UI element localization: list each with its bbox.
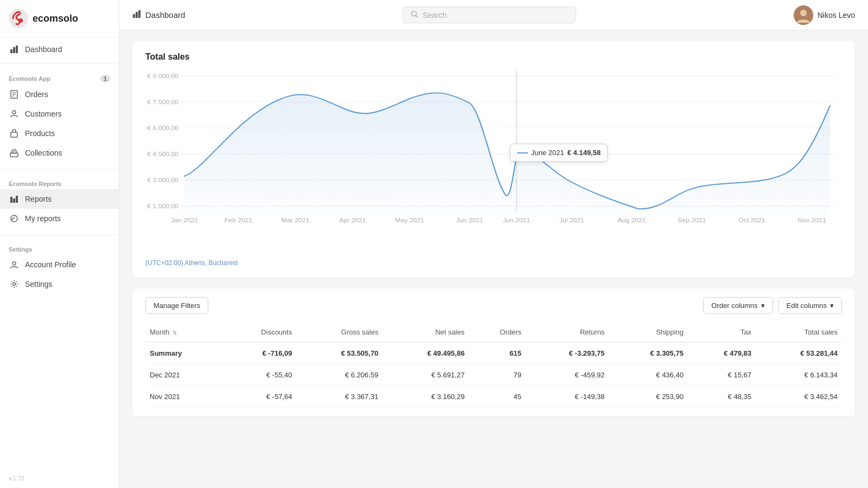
- svg-rect-20: [133, 14, 135, 18]
- cell-4: 45: [469, 386, 526, 408]
- svg-point-9: [12, 111, 16, 114]
- logo: ecomsolo: [0, 0, 119, 37]
- chart-timezone: (UTC+02:00) Athens, Bucharest: [145, 259, 842, 267]
- col-tax: Tax: [688, 323, 756, 342]
- collections-icon: [9, 147, 20, 158]
- table-row: Nov 2021€ -57,64€ 3.367,31€ 3.160,2945€ …: [145, 386, 842, 408]
- order-columns-button[interactable]: Order columns ▾: [703, 297, 773, 314]
- reports-icon: [9, 194, 20, 204]
- cell-6: € 3.305,75: [609, 342, 688, 364]
- sidebar-item-myreports[interactable]: My reports: [0, 209, 119, 228]
- table-row: Dec 2021€ -55,40€ 6.206,59€ 5.691,2779€ …: [145, 364, 842, 386]
- manage-filters-button[interactable]: Manage Filters: [145, 297, 208, 314]
- svg-text:€ 4.500,00: € 4.500,00: [147, 151, 178, 157]
- cell-0: Nov 2021: [145, 386, 222, 408]
- svg-point-18: [12, 262, 16, 265]
- settings-label: Settings: [25, 280, 53, 288]
- cell-3: € 3.160,29: [382, 386, 469, 408]
- section-settings-label: Settings: [0, 242, 119, 255]
- svg-rect-16: [16, 196, 18, 203]
- col-orders: Orders: [469, 323, 526, 342]
- sidebar-divider-3: [0, 235, 119, 235]
- col-discounts: Discounts: [222, 323, 296, 342]
- svg-point-19: [13, 283, 16, 286]
- logo-icon: [9, 9, 28, 28]
- svg-rect-15: [13, 198, 15, 203]
- cell-8: € 3.462,54: [756, 386, 842, 408]
- svg-rect-3: [13, 47, 15, 53]
- svg-text:Nov 2021: Nov 2021: [798, 217, 826, 223]
- sidebar-section-app: Ecomsolo App 1 Orders Customers Products: [0, 66, 119, 167]
- col-net: Net sales: [382, 323, 469, 342]
- total-sales-chart: € 9.000,00 € 7.500,00 € 6.000,00 € 4.500…: [145, 70, 842, 233]
- customers-icon: [9, 108, 20, 119]
- search-bar[interactable]: Search: [403, 7, 576, 23]
- search-icon: [411, 10, 418, 20]
- svg-text:Aug 2021: Aug 2021: [618, 217, 646, 223]
- account-label: Account Profile: [25, 260, 76, 269]
- cell-0: Dec 2021: [145, 364, 222, 386]
- settings-icon: [9, 279, 20, 290]
- svg-text:May 2021: May 2021: [395, 217, 424, 223]
- table-toolbar: Manage Filters Order columns ▾ Edit colu…: [145, 297, 842, 314]
- svg-point-26: [800, 10, 807, 16]
- svg-text:€ 6.000,00: € 6.000,00: [147, 125, 178, 131]
- reports-label: Reports: [25, 195, 52, 203]
- cell-8: € 6.143,34: [756, 364, 842, 386]
- myreports-label: My reports: [25, 214, 61, 223]
- sidebar-item-orders[interactable]: Orders: [0, 85, 119, 104]
- edit-columns-button[interactable]: Edit columns ▾: [778, 297, 842, 314]
- dashboard-label: Dashboard: [25, 45, 62, 54]
- svg-text:Apr 2021: Apr 2021: [339, 217, 366, 223]
- svg-text:Jul 2021: Jul 2021: [559, 217, 584, 223]
- customers-label: Customers: [25, 110, 62, 118]
- svg-rect-2: [10, 49, 12, 53]
- cell-6: € 253,90: [609, 386, 688, 408]
- sidebar-divider-2: [0, 169, 119, 170]
- svg-text:€ 3.000,00: € 3.000,00: [147, 177, 178, 183]
- content-area: Total sales € 9.000,00 € 7.500,00 € 6.00…: [119, 30, 868, 488]
- svg-text:Mar 2021: Mar 2021: [282, 217, 309, 223]
- sales-table: Month ⇅ Discounts Gross sales Net sales …: [145, 323, 842, 408]
- svg-point-40: [514, 152, 520, 157]
- topbar-title: Dashboard: [132, 10, 185, 20]
- cell-4: 79: [469, 364, 526, 386]
- table-row: Summary€ -716,09€ 53.505,70€ 49.495,8661…: [145, 342, 842, 364]
- sidebar-item-customers[interactable]: Customers: [0, 104, 119, 124]
- cell-4: 615: [469, 342, 526, 364]
- col-month[interactable]: Month ⇅: [145, 323, 222, 342]
- orders-icon: [9, 89, 20, 100]
- col-total: Total sales: [756, 323, 842, 342]
- chevron-down-icon-2: ▾: [830, 301, 834, 310]
- topbar-user[interactable]: Nikos Levo: [794, 5, 855, 25]
- svg-text:Jun 2021: Jun 2021: [456, 217, 483, 223]
- sidebar-item-collections[interactable]: Collections: [0, 143, 119, 163]
- sidebar-section-reports: Ecomsolo Reports Reports My reports: [0, 172, 119, 233]
- sidebar-divider-1: [0, 63, 119, 64]
- products-label: Products: [25, 129, 55, 138]
- main-panel: Dashboard Search Nikos Levo Total sales: [119, 0, 868, 488]
- sidebar-item-reports[interactable]: Reports: [0, 189, 119, 209]
- svg-rect-14: [10, 197, 12, 203]
- sidebar-item-dashboard[interactable]: Dashboard: [0, 40, 119, 59]
- svg-rect-4: [16, 46, 18, 53]
- table-header-row: Month ⇅ Discounts Gross sales Net sales …: [145, 323, 842, 342]
- cell-0: Summary: [145, 342, 222, 364]
- version-label: v.1.72: [0, 468, 119, 488]
- products-icon: [9, 128, 20, 139]
- sidebar-item-settings[interactable]: Settings: [0, 274, 119, 294]
- cell-5: € -149,38: [526, 386, 609, 408]
- svg-text:€ 7.500,00: € 7.500,00: [147, 99, 178, 105]
- sidebar-item-account[interactable]: Account Profile: [0, 255, 119, 274]
- toolbar-right: Order columns ▾ Edit columns ▾: [703, 297, 842, 314]
- cell-2: € 6.206,59: [296, 364, 382, 386]
- cell-2: € 53.505,70: [296, 342, 382, 364]
- svg-line-24: [416, 16, 418, 18]
- collections-label: Collections: [25, 149, 62, 157]
- search-placeholder: Search: [423, 11, 446, 20]
- account-icon: [9, 259, 20, 270]
- sidebar-item-products[interactable]: Products: [0, 124, 119, 143]
- chart-title: Total sales: [145, 52, 842, 62]
- dashboard-icon: [9, 44, 20, 55]
- svg-rect-22: [138, 10, 141, 18]
